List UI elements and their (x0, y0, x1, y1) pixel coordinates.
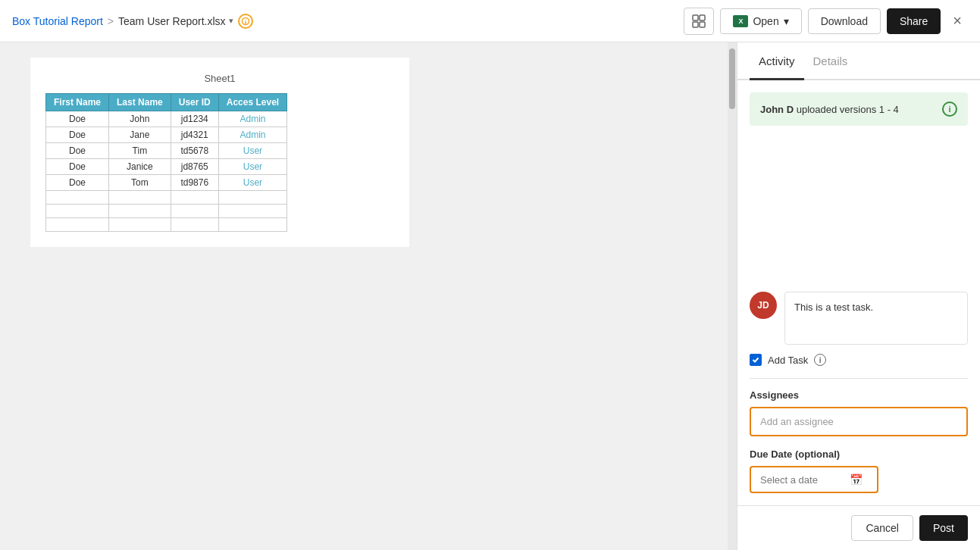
bottom-actions: Cancel Post (737, 505, 980, 550)
svg-rect-3 (693, 15, 698, 20)
assignees-label: Assignees (750, 389, 968, 401)
col-userid: User ID (171, 94, 218, 111)
tab-activity[interactable]: Activity (750, 42, 804, 80)
preview-scrollbar[interactable] (728, 42, 737, 550)
add-task-checkbox[interactable] (750, 354, 762, 366)
sheet-label: Sheet1 (45, 73, 394, 84)
close-button[interactable]: × (947, 9, 968, 33)
comment-box[interactable]: This is a test task. (784, 292, 968, 345)
post-button[interactable]: Post (919, 515, 968, 541)
breadcrumb-dropdown-icon[interactable]: ▾ (229, 16, 233, 26)
table-row: DoeJanicejd8765User (46, 159, 287, 175)
task-info-icon[interactable]: i (814, 354, 826, 366)
upload-notice: John D uploaded versions 1 - 4 i (750, 92, 968, 126)
col-lastname: Last Name (109, 94, 171, 111)
table-row: DoeTomtd9876User (46, 175, 287, 191)
main-content: Sheet1 First Name Last Name User ID Acce… (0, 42, 980, 550)
breadcrumb-separator: > (108, 15, 114, 27)
col-acceslevel: Acces Level (218, 94, 286, 111)
comment-area: JD This is a test task. (750, 292, 968, 345)
tab-details[interactable]: Details (804, 42, 857, 80)
layout-toggle-button[interactable] (684, 8, 714, 35)
header: Box Tutorial Report > Team User Report.x… (0, 0, 980, 42)
add-task-row: Add Task i (750, 354, 968, 366)
upload-text-rest: uploaded versions 1 - 4 (794, 104, 899, 115)
svg-rect-5 (693, 22, 698, 27)
due-date-label: Due Date (optional) (750, 448, 968, 460)
right-panel: Activity Details John D uploaded version… (737, 42, 980, 550)
header-actions: X Open ▾ Download Share × (684, 8, 968, 35)
open-button[interactable]: X Open ▾ (720, 8, 801, 34)
table-row (46, 191, 287, 205)
table-row: DoeJanejd4321Admin (46, 127, 287, 143)
upload-info-icon[interactable]: i (942, 102, 957, 117)
share-button[interactable]: Share (887, 8, 941, 34)
excel-icon: X (733, 15, 748, 27)
table-row: DoeTimtd5678User (46, 143, 287, 159)
scrollbar-thumb (729, 48, 735, 109)
breadcrumb-parent[interactable]: Box Tutorial Report (12, 15, 103, 27)
uploader-name: John D (760, 104, 794, 115)
download-button[interactable]: Download (808, 8, 881, 34)
divider (750, 378, 968, 379)
table-header-row: First Name Last Name User ID Acces Level (46, 94, 287, 111)
activity-content: John D uploaded versions 1 - 4 i JD This… (737, 80, 980, 505)
open-dropdown-icon: ▾ (784, 15, 789, 27)
table-row: DoeJohnjd1234Admin (46, 111, 287, 127)
add-task-label: Add Task (768, 355, 808, 366)
breadcrumb: Box Tutorial Report > Team User Report.x… (12, 14, 684, 29)
svg-rect-4 (700, 15, 705, 20)
upload-notice-text: John D uploaded versions 1 - 4 (760, 104, 899, 115)
assignee-input[interactable] (750, 407, 968, 436)
spreadsheet-table: First Name Last Name User ID Acces Level… (45, 93, 287, 232)
table-row (46, 205, 287, 218)
preview-pane: Sheet1 First Name Last Name User ID Acce… (0, 42, 737, 550)
cancel-button[interactable]: Cancel (851, 515, 913, 541)
due-date-input[interactable] (760, 474, 844, 486)
calendar-icon: 📅 (850, 473, 863, 486)
table-row (46, 218, 287, 232)
tabs: Activity Details (737, 42, 980, 80)
avatar: JD (750, 292, 777, 319)
spreadsheet-preview: Sheet1 First Name Last Name User ID Acce… (30, 58, 409, 247)
due-date-wrapper: 📅 (750, 466, 878, 493)
col-firstname: First Name (46, 94, 109, 111)
spacer (750, 138, 968, 292)
info-icon[interactable] (238, 14, 253, 29)
breadcrumb-current-file: Team User Report.xlsx ▾ (118, 15, 233, 27)
svg-rect-6 (700, 22, 705, 27)
